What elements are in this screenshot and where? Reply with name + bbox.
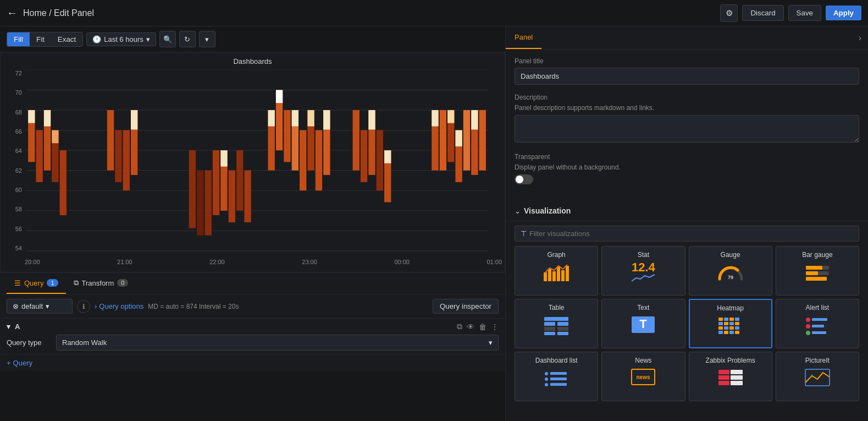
y-axis: 72 70 68 66 64 62 60 58 56 54 (1, 70, 25, 251)
more-actions-button[interactable]: ⋮ (491, 322, 499, 331)
vis-card-pictureit[interactable]: PictureIt (776, 352, 859, 401)
svg-rect-38 (292, 110, 298, 126)
back-button[interactable]: ← (7, 7, 18, 19)
x-label-0000: 00:00 (394, 259, 410, 265)
svg-text:T: T (640, 317, 648, 331)
svg-rect-11 (28, 110, 35, 123)
y-label-72: 72 (15, 70, 22, 76)
svg-rect-14 (44, 110, 51, 126)
exact-button[interactable]: Exact (51, 32, 82, 46)
query-inspector-button[interactable]: Query inspector (433, 299, 499, 314)
svg-rect-109 (550, 378, 567, 380)
svg-rect-41 (307, 110, 314, 126)
panel-title-input[interactable] (515, 68, 859, 85)
vis-card-stat-label: Stat (638, 251, 649, 259)
svg-rect-64 (548, 269, 551, 281)
svg-rect-39 (300, 130, 306, 191)
fill-button[interactable]: Fill (7, 32, 30, 46)
svg-rect-94 (729, 326, 734, 330)
svg-rect-45 (353, 110, 360, 171)
svg-rect-101 (812, 318, 827, 321)
svg-rect-26 (213, 150, 219, 215)
add-query-button[interactable]: + Query (7, 359, 32, 367)
gear-button[interactable]: ⚙ (720, 4, 738, 22)
visualization-section-header[interactable]: ⌄ Visualization (506, 201, 868, 221)
panel-expand-button[interactable]: › (852, 33, 868, 43)
datasource-select[interactable]: ⊗ default ▾ (7, 299, 73, 314)
svg-rect-79 (557, 327, 568, 331)
copy-button[interactable]: ⧉ (457, 322, 462, 331)
svg-rect-99 (735, 331, 739, 334)
svg-rect-62 (479, 110, 486, 171)
svg-rect-28 (220, 150, 227, 166)
vis-card-heatmap[interactable]: Heatmap (689, 299, 772, 348)
svg-rect-90 (729, 322, 734, 325)
stat-icon: 12.4 (629, 261, 657, 283)
svg-rect-24 (197, 171, 203, 236)
vis-card-zabbix-problems[interactable]: Zabbix Problems (689, 352, 772, 401)
vis-toolbar: Fill Fit Exact 🕐 Last 6 hours ▾ 🔍 ↻ ▾ (0, 26, 505, 52)
x-label-2200: 22:00 (209, 259, 225, 265)
text-icon: T (629, 314, 657, 336)
description-group: Description Panel description supports m… (515, 94, 859, 144)
vis-card-dashboard-list[interactable]: Dashboard list (515, 352, 598, 401)
vis-card-dashboard-list-label: Dashboard list (535, 357, 578, 364)
eye-button[interactable]: 👁 (467, 322, 474, 331)
vis-card-table-label: Table (549, 304, 565, 311)
x-label-2300: 23:00 (302, 259, 317, 265)
trash-button[interactable]: 🗑 (479, 322, 486, 331)
query-type-chevron: ▾ (489, 338, 493, 347)
apply-button[interactable]: Apply (826, 6, 861, 20)
more-button[interactable]: ▾ (199, 31, 215, 47)
vis-card-graph[interactable]: Graph (515, 246, 598, 296)
description-textarea[interactable] (515, 115, 859, 143)
visualization-label: Visualization (524, 206, 571, 215)
query-type-select[interactable]: Random Walk ▾ (56, 335, 499, 351)
tab-panel[interactable]: Panel (506, 26, 541, 49)
section-actions: ⧉ 👁 🗑 ⋮ (457, 322, 499, 331)
query-tab-icon: ☰ (14, 279, 21, 287)
svg-rect-18 (107, 110, 114, 171)
panel-tabs: Panel › (506, 26, 868, 50)
left-panel: Fill Fit Exact 🕐 Last 6 hours ▾ 🔍 ↻ ▾ Da… (0, 26, 505, 421)
stat-number: 12.4 (632, 261, 655, 274)
vis-card-text[interactable]: Text T (601, 299, 685, 348)
refresh-button[interactable]: ↻ (179, 31, 196, 47)
tab-query[interactable]: ☰ Query 1 (7, 274, 66, 294)
collapse-icon[interactable]: ▾ (7, 322, 10, 331)
vis-card-table[interactable]: Table (515, 299, 598, 348)
svg-rect-42 (316, 130, 322, 191)
svg-rect-68 (566, 266, 569, 281)
vis-card-alert-list[interactable]: Alert list (776, 299, 859, 348)
vis-card-news[interactable]: News news (601, 352, 685, 401)
time-range-picker[interactable]: 🕐 Last 6 hours ▾ (86, 32, 156, 46)
y-label-62: 62 (15, 167, 22, 174)
discard-button[interactable]: Discard (742, 5, 783, 21)
vis-card-alert-list-label: Alert list (806, 304, 830, 311)
query-panel: ☰ Query 1 ⧉ Transform 0 ⊗ default ▾ ℹ (0, 272, 505, 371)
query-options-link[interactable]: › Query options (95, 302, 143, 310)
breadcrumb: Home / Edit Panel (23, 8, 94, 18)
vis-filter-input[interactable] (529, 229, 853, 238)
zabbix-problems-icon (717, 367, 744, 389)
svg-rect-115 (731, 370, 743, 374)
section-a: ▾ A ⧉ 👁 🗑 ⋮ Query type Random Walk ▾ (0, 319, 505, 354)
save-button[interactable]: Save (788, 5, 821, 21)
transparent-desc: Display panel without a background. (515, 163, 859, 171)
fit-button[interactable]: Fit (30, 32, 51, 46)
svg-rect-96 (718, 331, 723, 334)
svg-rect-30 (236, 150, 243, 211)
vis-card-bar-gauge[interactable]: Bar gauge (776, 246, 859, 296)
time-icon: 🕐 (92, 35, 101, 43)
zoom-button[interactable]: 🔍 (159, 31, 176, 47)
svg-rect-31 (244, 171, 251, 222)
transparent-toggle[interactable] (515, 174, 533, 184)
svg-rect-97 (724, 331, 728, 334)
svg-rect-73 (818, 271, 829, 275)
vis-card-stat[interactable]: Stat 12.4 (601, 246, 685, 296)
svg-rect-22 (131, 110, 137, 129)
tab-transform[interactable]: ⧉ Transform 0 (66, 273, 136, 294)
svg-rect-12 (36, 130, 43, 182)
info-button[interactable]: ℹ (77, 300, 90, 313)
vis-card-gauge[interactable]: Gauge 79 (689, 246, 772, 296)
